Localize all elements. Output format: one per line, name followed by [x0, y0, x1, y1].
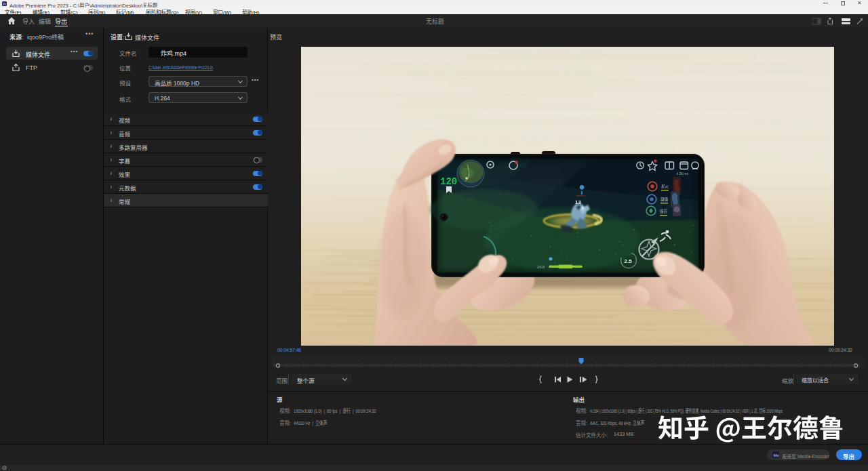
svg-text:.ıl 26 ms: .ıl 26 ms — [675, 171, 688, 176]
svg-text:2.5: 2.5 — [625, 258, 633, 264]
svg-text:丽莎: 丽莎 — [660, 209, 668, 214]
svg-text:凝霜: 凝霜 — [660, 197, 669, 202]
svg-text:24/24: 24/24 — [537, 266, 545, 269]
svg-text:120: 120 — [440, 176, 457, 187]
svg-text:星火: 星火 — [661, 184, 669, 189]
svg-text:13: 13 — [575, 199, 581, 205]
